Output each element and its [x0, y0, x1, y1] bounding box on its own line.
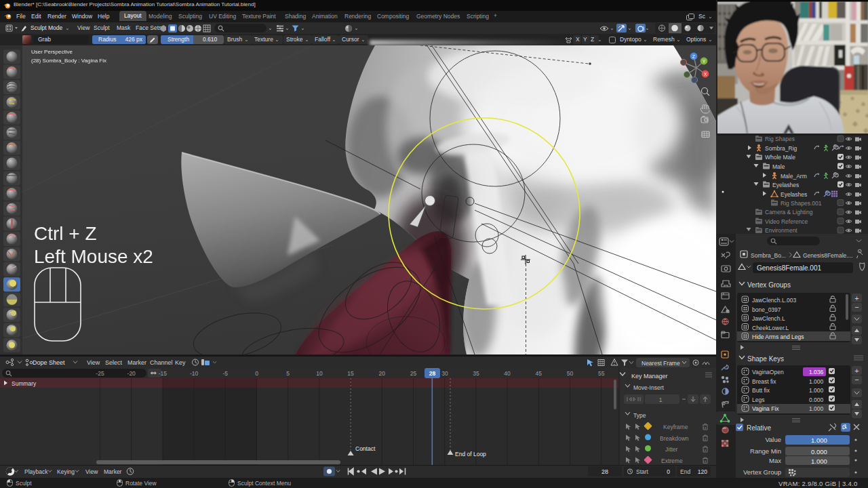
svg-text:Value: Value: [765, 436, 781, 443]
svg-text:VaginaOpen: VaginaOpen: [752, 369, 784, 375]
svg-text:Eyelashes: Eyelashes: [772, 182, 799, 188]
svg-text:Z: Z: [692, 54, 696, 59]
svg-text:0: 0: [255, 370, 258, 377]
svg-text:Breast fix: Breast fix: [752, 378, 776, 385]
svg-text:Summary: Summary: [12, 380, 37, 387]
svg-text:View: View: [85, 468, 98, 475]
svg-text:15: 15: [347, 370, 354, 377]
svg-text:Rig Shapes: Rig Shapes: [765, 136, 795, 142]
svg-text:28: 28: [429, 370, 436, 377]
svg-text:25: 25: [410, 370, 417, 377]
svg-text:Relative: Relative: [747, 424, 772, 432]
svg-text:35: 35: [473, 370, 479, 377]
svg-text:-10: -10: [190, 370, 199, 377]
svg-text:JawClench.L.003: JawClench.L.003: [752, 297, 796, 304]
svg-text:Select: Select: [105, 359, 123, 366]
svg-text:Playback: Playback: [24, 468, 48, 475]
svg-text:View: View: [87, 359, 100, 366]
svg-text:0.000: 0.000: [811, 448, 827, 455]
svg-text:1: 1: [659, 396, 663, 403]
svg-text:Contact: Contact: [355, 445, 376, 452]
svg-text:Shape Keys: Shape Keys: [747, 355, 784, 363]
svg-text:Keyframe: Keyframe: [663, 424, 688, 430]
svg-text:Male_Arm: Male_Arm: [781, 173, 807, 180]
svg-text:-15: -15: [159, 370, 167, 377]
svg-text:Hide Arms and Legs: Hide Arms and Legs: [752, 333, 804, 340]
svg-text:1.000: 1.000: [809, 378, 824, 385]
svg-text:+: +: [854, 294, 859, 302]
svg-text:End: End: [680, 468, 690, 475]
svg-text:Video Reference: Video Reference: [765, 218, 808, 225]
svg-text:Start: Start: [636, 468, 649, 475]
svg-text:55: 55: [598, 370, 605, 377]
svg-text:Dope Sheet: Dope Sheet: [33, 359, 65, 366]
svg-text:Camera & Lighting: Camera & Lighting: [765, 209, 813, 216]
svg-text:30: 30: [441, 370, 448, 377]
svg-text:X: X: [704, 72, 707, 77]
svg-text:Max: Max: [769, 457, 781, 464]
svg-text:Marker: Marker: [127, 359, 146, 366]
svg-text:Marker: Marker: [104, 468, 122, 475]
svg-text:120: 120: [698, 468, 707, 475]
svg-text:Rig Shapes.001: Rig Shapes.001: [781, 200, 822, 207]
svg-text:+: +: [854, 367, 859, 375]
svg-text:−: −: [854, 375, 859, 384]
svg-text:20: 20: [379, 370, 386, 377]
svg-text:-25: -25: [96, 370, 104, 377]
svg-text:10: 10: [316, 370, 323, 377]
svg-text:JawClench.L: JawClench.L: [752, 315, 785, 322]
svg-text:Y: Y: [703, 59, 706, 64]
svg-text:Butt fix: Butt fix: [752, 387, 770, 394]
svg-text:1.000: 1.000: [809, 387, 824, 394]
svg-text:Key: Key: [175, 359, 186, 366]
svg-text:Sombra_Rig: Sombra_Rig: [765, 145, 797, 152]
svg-text:-5: -5: [223, 370, 229, 377]
svg-text:40: 40: [504, 370, 511, 377]
svg-text:Vertex Groups: Vertex Groups: [747, 281, 791, 289]
svg-text:-20: -20: [127, 370, 136, 377]
svg-text:0.000: 0.000: [809, 396, 824, 403]
svg-text:Vertex Group: Vertex Group: [743, 468, 781, 476]
svg-text:Extreme: Extreme: [661, 458, 683, 464]
svg-text:Breakdown: Breakdown: [660, 435, 689, 442]
svg-text:Legs: Legs: [752, 396, 764, 403]
svg-text:Sombra_Bo...: Sombra_Bo...: [751, 252, 786, 259]
svg-text:45: 45: [536, 370, 542, 377]
svg-text:Whole Male: Whole Male: [765, 154, 795, 161]
svg-text:Move-Insert: Move-Insert: [633, 384, 665, 391]
svg-text:Nearest Frame: Nearest Frame: [642, 360, 680, 367]
svg-text:1.000: 1.000: [811, 458, 827, 465]
svg-text:Key Manager: Key Manager: [631, 373, 668, 380]
svg-text:bone_0397: bone_0397: [752, 306, 781, 313]
svg-text:Male: Male: [772, 163, 785, 170]
svg-text:Vagina Fix: Vagina Fix: [752, 405, 779, 412]
svg-text:Jitter: Jitter: [665, 446, 678, 453]
svg-text:−: −: [854, 303, 859, 311]
svg-text:5: 5: [286, 370, 290, 377]
svg-text:50: 50: [567, 370, 574, 377]
svg-text:Keying: Keying: [57, 468, 75, 475]
svg-text:0: 0: [667, 468, 670, 475]
svg-text:1.000: 1.000: [811, 436, 827, 444]
svg-text:CheekLower.L: CheekLower.L: [752, 325, 789, 331]
svg-text:28: 28: [601, 468, 608, 475]
svg-text:Range Min: Range Min: [750, 447, 781, 455]
svg-text:Genesis8Female.001: Genesis8Female.001: [757, 264, 821, 272]
svg-text:Channel: Channel: [150, 359, 173, 366]
svg-text:End of Loop: End of Loop: [455, 451, 486, 458]
svg-text:Eyelashes: Eyelashes: [781, 191, 807, 198]
svg-text:Environment: Environment: [765, 227, 797, 234]
svg-text:1.036: 1.036: [809, 369, 824, 375]
svg-text:Type: Type: [633, 412, 646, 419]
svg-text:1.000: 1.000: [809, 405, 824, 412]
svg-text:Genesis8Female....: Genesis8Female....: [803, 252, 853, 259]
